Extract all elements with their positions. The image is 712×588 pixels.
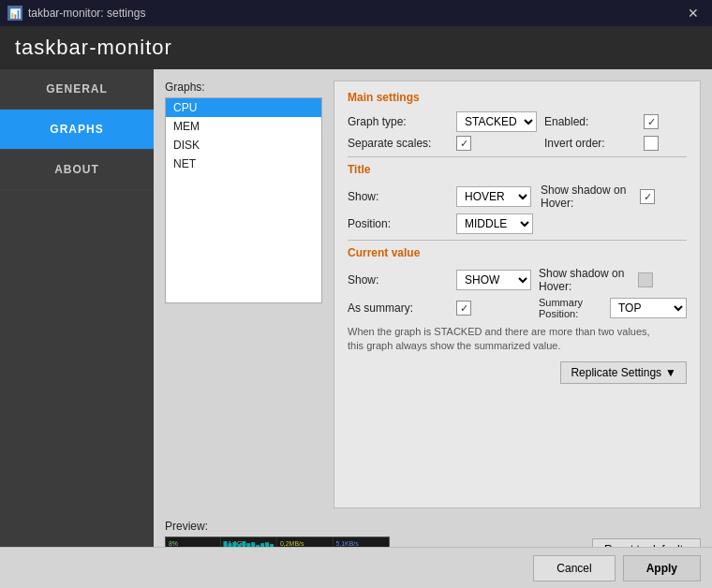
main-settings-title: Main settings [348,91,687,104]
current-value-title: Current value [348,246,687,259]
enabled-row: Enabled: [544,111,687,132]
graphs-list: CPU MEM DISK NET [165,97,322,303]
graph-type-row: Graph type: STACKED LINE BAR [348,111,537,132]
cv-summary-position-row: SummaryPosition: TOP BOTTOM [539,297,687,319]
invert-order-row: Invert order: [544,136,687,151]
cv-shadow-checkbox[interactable] [638,272,653,287]
title-shadow-checkbox[interactable] [640,189,655,204]
apply-button[interactable]: Apply [623,555,701,581]
graphs-list-item-mem[interactable]: MEM [166,117,321,136]
separate-scales-label: Separate scales: [348,137,451,150]
app-icon: 📊 [7,6,22,21]
invert-order-checkbox[interactable] [644,136,659,151]
replicate-settings-container: Replicate Settings ▼ [348,361,687,384]
cv-show-row: Show: SHOW HOVER NEVER [348,267,531,293]
cv-summary-position-label: SummaryPosition: [539,297,604,319]
divider-1 [348,156,687,157]
graphs-list-item-net[interactable]: NET [166,154,321,173]
main-settings-grid: Graph type: STACKED LINE BAR Enabled: S [348,111,687,151]
graphs-panel: Graphs: CPU MEM DISK NET [165,81,322,508]
preview-label: Preview: [165,520,592,533]
replicate-settings-button[interactable]: Replicate Settings ▼ [560,361,687,384]
cv-summary-checkbox[interactable] [456,301,471,316]
footer: Cancel Apply [0,547,712,588]
cv-show-label: Show: [348,273,451,287]
title-section-title: Title [348,163,687,176]
title-show-select[interactable]: HOVER ALWAYS NEVER [456,186,531,207]
graphs-section: Graphs: CPU MEM DISK NET Main settings G… [165,81,701,508]
main-layout: GENERAL GRAPHS ABOUT Graphs: CPU MEM DIS… [0,69,712,588]
cv-summary-row: As summary: [348,297,531,319]
sidebar-item-general[interactable]: GENERAL [0,69,154,110]
graphs-list-item-cpu[interactable]: CPU [166,98,321,117]
title-position-label: Position: [348,217,451,230]
info-text: When the graph is STACKED and there are … [348,325,687,354]
close-button[interactable]: ✕ [682,4,705,22]
titlebar: 📊 takbar-monitor: settings ✕ [0,0,712,26]
app-title: taskbar-monitor [15,36,172,59]
sidebar-item-about[interactable]: ABOUT [0,150,154,190]
cv-summary-position-select[interactable]: TOP BOTTOM [610,298,687,318]
cv-show-select[interactable]: SHOW HOVER NEVER [456,270,531,290]
title-shadow-row: Show shadow on Hover: [541,184,687,210]
app-header: taskbar-monitor [0,26,712,69]
title-position-spacer [541,213,687,234]
graph-type-select[interactable]: STACKED LINE BAR [456,111,537,132]
sidebar: GENERAL GRAPHS ABOUT [0,69,154,588]
title-position-select[interactable]: MIDDLE TOP BOTTOM [456,213,533,234]
graphs-list-item-disk[interactable]: DISK [166,136,321,154]
title-show-label: Show: [348,190,451,203]
cancel-button[interactable]: Cancel [533,555,615,581]
title-shadow-label: Show shadow on Hover: [541,184,634,210]
enabled-checkbox[interactable] [644,114,659,129]
title-position-row: Position: MIDDLE TOP BOTTOM [348,213,533,234]
cv-summary-label: As summary: [348,301,451,315]
enabled-label: Enabled: [544,115,638,128]
separate-scales-checkbox[interactable] [456,136,471,151]
titlebar-title: takbar-monitor: settings [28,7,145,20]
invert-order-label: Invert order: [544,137,638,150]
graph-type-label: Graph type: [348,115,451,128]
graphs-label: Graphs: [165,81,322,94]
content-area: Graphs: CPU MEM DISK NET Main settings G… [154,69,712,588]
settings-panel: Main settings Graph type: STACKED LINE B… [334,81,701,508]
chevron-down-icon: ▼ [665,366,676,379]
divider-2 [348,240,687,241]
titlebar-left: 📊 takbar-monitor: settings [7,6,145,21]
current-value-grid: Show: SHOW HOVER NEVER Show shadow on Ho… [348,267,687,319]
sidebar-item-graphs[interactable]: GRAPHS [0,110,154,150]
title-settings-grid: Show: HOVER ALWAYS NEVER Show shadow on … [348,184,687,234]
separate-scales-row: Separate scales: [348,136,537,151]
title-show-row: Show: HOVER ALWAYS NEVER [348,184,533,210]
cv-shadow-label: Show shadow on Hover: [539,267,632,293]
cv-shadow-row: Show shadow on Hover: [539,267,687,293]
